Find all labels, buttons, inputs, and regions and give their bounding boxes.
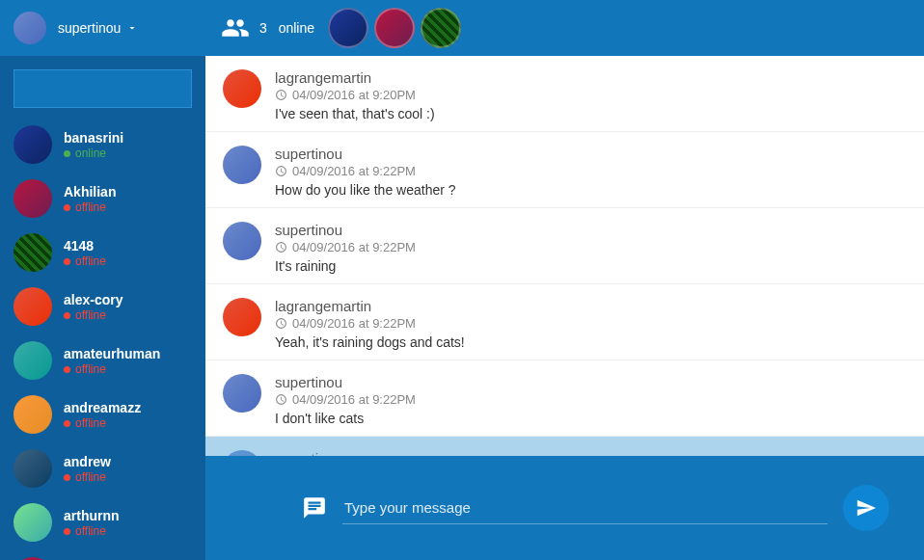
clock-icon <box>275 241 287 253</box>
online-user-avatar[interactable] <box>421 8 461 48</box>
online-user-avatar[interactable] <box>374 8 415 48</box>
contact-name: Akhilian <box>64 183 116 200</box>
composer-wrap <box>205 437 924 560</box>
current-user-avatar <box>14 12 46 44</box>
composer-fade <box>205 437 924 456</box>
chat-icon <box>302 495 327 520</box>
message-text: Yeah, it's raining dogs and cats! <box>275 334 907 350</box>
message-text: How do you like the weather ? <box>275 182 907 198</box>
send-icon <box>856 497 877 519</box>
current-user-name: supertinou <box>58 20 121 36</box>
current-user-row[interactable]: supertinou <box>0 0 205 56</box>
online-user-avatar[interactable] <box>328 8 368 48</box>
contact-item[interactable]: Akhilian offline <box>0 172 205 226</box>
message-avatar <box>223 298 261 336</box>
contact-avatar <box>14 503 52 542</box>
message-author: supertinou <box>275 222 907 238</box>
message-author: lagrangemartin <box>275 69 907 86</box>
contact-avatar <box>14 287 52 326</box>
search-box[interactable] <box>14 69 192 108</box>
contact-status: offline <box>64 524 120 538</box>
clock-icon <box>275 317 287 330</box>
contact-status: online <box>64 147 123 160</box>
message-time: 04/09/2016 at 9:22PM <box>275 392 907 407</box>
contact-name: 4148 <box>64 237 106 254</box>
message-row: lagrangemartin 04/09/2016 at 9:22PM Yeah… <box>205 284 924 360</box>
contact-name: andreamazz <box>64 399 141 416</box>
contact-name: alex-cory <box>64 291 122 308</box>
search-wrap <box>0 56 205 118</box>
message-row: supertinou 04/09/2016 at 9:22PM I don't … <box>205 360 924 437</box>
message-row: supertinou 04/09/2016 at 9:22PM It's rai… <box>205 208 924 284</box>
contact-status: offline <box>64 200 116 214</box>
contact-avatar <box>14 449 52 488</box>
contact-status: offline <box>64 362 160 376</box>
contact-status: offline <box>64 416 141 430</box>
contact-name: arthurnn <box>64 507 120 524</box>
message-author: supertinou <box>275 146 907 162</box>
clock-icon <box>275 89 287 101</box>
contact-avatar <box>14 125 52 164</box>
main-panel: 3 online lagrangemartin 04/09/2016 at 9:… <box>205 0 924 560</box>
message-row: supertinou 04/09/2016 at 9:22PM How do y… <box>205 132 924 208</box>
message-author: lagrangemartin <box>275 298 907 314</box>
message-avatar <box>223 69 261 108</box>
contact-avatar <box>14 179 52 218</box>
message-author: supertinou <box>275 374 907 390</box>
chat-header: 3 online <box>205 0 924 56</box>
clock-icon <box>275 393 287 406</box>
chevron-down-icon <box>126 22 138 34</box>
message-text: It's raining <box>275 258 907 274</box>
online-count: 3 online <box>259 20 314 36</box>
message-time: 04/09/2016 at 9:22PM <box>275 240 907 254</box>
status-dot-icon <box>64 366 70 373</box>
contact-avatar <box>14 395 52 434</box>
contact-name: andrew <box>64 453 111 470</box>
contact-item[interactable]: alex-cory offline <box>0 280 205 333</box>
message-avatar <box>223 146 261 184</box>
message-time: 04/09/2016 at 9:20PM <box>275 88 907 102</box>
message-avatar <box>223 374 261 413</box>
status-dot-icon <box>64 150 70 157</box>
clock-icon <box>275 165 287 177</box>
contact-item[interactable]: avdi <box>0 549 205 560</box>
message-time: 04/09/2016 at 9:22PM <box>275 164 907 178</box>
message-text: I don't like cats <box>275 411 907 426</box>
status-dot-icon <box>64 204 70 211</box>
message-row: lagrangemartin 04/09/2016 at 9:20PM I've… <box>205 56 924 132</box>
composer <box>205 456 924 560</box>
status-dot-icon <box>64 258 70 265</box>
send-button[interactable] <box>843 485 889 531</box>
contact-item[interactable]: andreamazz offline <box>0 387 205 441</box>
app-root: supertinou banasrini <box>0 0 924 560</box>
sidebar: supertinou banasrini <box>0 0 205 560</box>
contact-status: offline <box>64 254 106 268</box>
contact-item[interactable]: 4148 offline <box>0 226 205 280</box>
contact-avatar <box>14 233 52 272</box>
status-dot-icon <box>64 420 70 427</box>
message-text: I've seen that, that's cool :) <box>275 106 907 121</box>
online-avatars <box>328 8 461 48</box>
contact-status: offline <box>64 308 122 322</box>
contact-item[interactable]: arthurnn offline <box>0 495 205 549</box>
message-time: 04/09/2016 at 9:22PM <box>275 316 907 331</box>
message-input[interactable] <box>342 492 828 524</box>
contact-name: amateurhuman <box>64 345 160 362</box>
search-input[interactable] <box>14 81 206 96</box>
contact-item[interactable]: banasrini online <box>0 118 205 172</box>
status-dot-icon <box>64 528 70 535</box>
contact-item[interactable]: amateurhuman offline <box>0 333 205 387</box>
contact-name: banasrini <box>64 129 123 147</box>
contact-avatar <box>14 341 52 380</box>
contact-item[interactable]: andrew offline <box>0 441 205 495</box>
message-avatar <box>223 222 261 260</box>
status-dot-icon <box>64 474 70 481</box>
status-dot-icon <box>64 312 70 319</box>
contact-list: banasrini online Akhilian offline <box>0 118 205 560</box>
contact-status: offline <box>64 470 111 484</box>
people-icon <box>221 13 250 42</box>
